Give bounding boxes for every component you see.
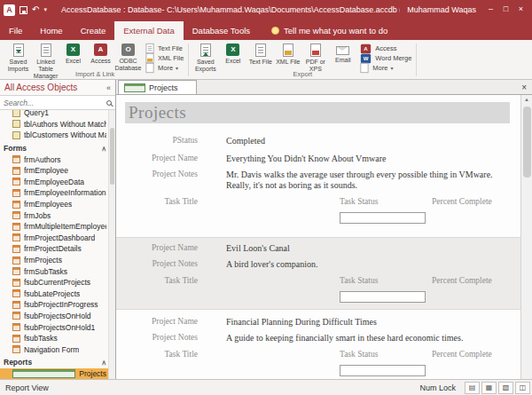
task-title-label: Task Title [132,197,198,206]
task-status-label: Task Status [340,197,378,206]
qat-customize-icon[interactable]: ▾ [43,6,47,13]
text-file-export-button[interactable]: Text File [246,42,274,66]
save-icon[interactable] [20,6,27,14]
tab-create[interactable]: Create [72,21,115,40]
tab-external-data[interactable]: External Data [114,21,184,40]
nav-item[interactable]: frmEmployee [0,165,115,177]
search-input[interactable] [4,99,104,107]
form-icon [12,312,20,320]
task-status-field[interactable] [340,291,426,303]
excel-export-button[interactable]: X Excel [219,42,246,65]
nav-item[interactable]: frmJobs [0,209,115,221]
close-document-icon[interactable]: × [516,83,532,92]
group-label-import-link: Import & Link [2,70,188,78]
maximize-button[interactable]: □ [498,3,513,17]
print-preview-button[interactable]: ▦ [481,382,497,394]
form-icon [12,211,20,219]
nav-item[interactable]: frmProjectDashboard [0,233,115,244]
task-status-field[interactable] [340,212,426,224]
report-record: Project NameFinancial Planning During Di… [125,317,510,379]
email-button[interactable]: Email [329,42,356,64]
text-file-import-button[interactable]: Text File [145,44,184,52]
xml-file-import-button[interactable]: XML File [145,54,184,62]
nav-scrollbar[interactable] [108,110,115,379]
pstatus-value: Completed [226,136,265,146]
task-status-label: Task Status [340,350,378,359]
nav-item[interactable]: Navigation Form [0,344,115,355]
nav-item[interactable]: frmEmployees [0,199,115,210]
nav-item-projects-report[interactable]: Projects [0,368,115,379]
group-label-export: Export [189,70,416,78]
document-tab-projects[interactable]: Projects [118,80,197,94]
nav-item[interactable]: frmEmployeeInformation [0,187,115,199]
vertical-scrollbar[interactable]: ▲ [520,95,532,379]
nav-item[interactable]: fsubProjectsOnHold1 [0,321,115,333]
tell-me-box[interactable]: Tell me what you want to do [271,26,387,40]
shutter-bar-icon[interactable]: « [106,83,111,92]
nav-item[interactable]: frmAuthors [0,154,115,165]
task-title-label: Task Title [132,350,198,359]
report-title: Projects [129,103,186,122]
percent-complete-label: Percent Complete [432,197,492,206]
nav-item[interactable]: tblAuthors Without Matchin... [0,119,115,130]
nav-item[interactable]: frmProjectDetails [0,243,115,255]
nav-item[interactable]: frmSubTasks [0,265,115,277]
access-export-button[interactable]: A Access [359,44,411,52]
search-icon [106,100,112,106]
odbc-database-button[interactable]: O ODBC Database [114,42,142,72]
nav-item[interactable]: fsubProjectInProgress [0,299,115,311]
excel-icon: X [66,43,80,56]
email-icon [336,46,349,55]
nav-pane-header[interactable]: All Access Objects « [0,80,115,95]
tell-me-label: Tell me what you want to do [284,26,387,36]
nav-item[interactable]: tblCustomers Without Match... [0,130,115,141]
project-name-value: Everything You Didn't Know About Vmware [226,154,387,164]
access-import-button[interactable]: A Access [87,42,114,65]
import-small-buttons: Text File XML File More ▾ [142,42,185,72]
layout-view-button[interactable]: ▧ [498,382,513,394]
nav-item[interactable]: frmEmployeeData [0,177,115,188]
nav-group-forms[interactable]: Forms∧ [0,143,115,154]
word-merge-button[interactable]: W Word Merge [359,54,411,62]
text-file-icon [146,43,154,53]
document-tab-bar: Projects × [116,80,532,95]
form-icon [12,335,20,343]
scrollbar-thumb[interactable] [523,107,531,178]
xml-file-export-button[interactable]: XML File [274,42,301,66]
excel-import-button[interactable]: X Excel [59,42,87,65]
nav-scrollbar-thumb[interactable] [110,128,114,185]
saved-exports-button[interactable]: Saved Exports [192,42,219,73]
xml-file-icon [283,43,293,57]
nav-item[interactable]: frmProjects [0,255,115,266]
navigation-pane: All Access Objects « Query1 tblAuthors W… [0,80,116,379]
pdf-or-xps-button[interactable]: PDF or XPS [301,42,329,73]
tab-file[interactable]: File [0,21,31,40]
nav-item[interactable]: frmMultipleItemEmployee [0,221,115,233]
saved-imports-button[interactable]: Saved Imports [4,42,32,73]
nav-item[interactable]: fsubProjectsOnHold [0,311,115,322]
project-name-value: Evil Loon's Canal [226,243,290,254]
scroll-up-icon[interactable]: ▲ [524,95,529,105]
form-icon [12,245,20,253]
design-view-button[interactable]: ◫ [515,382,530,394]
nav-group-reports[interactable]: Reports∧ [0,357,115,368]
report-icon [12,369,75,378]
lightbulb-icon [271,27,279,35]
report-view-button[interactable]: ▤ [465,382,480,394]
signed-in-user[interactable]: Muhammad Waqas [407,5,476,14]
form-icon [12,201,20,209]
saved-exports-icon [200,43,211,57]
query-icon [12,120,20,128]
minimize-button[interactable]: – [483,3,498,17]
task-status-field[interactable] [340,365,426,376]
nav-item[interactable]: fsubLateProjects [0,288,115,300]
undo-icon[interactable]: ↶ [32,5,39,14]
form-icon [12,345,20,353]
nav-item[interactable]: Query1 [0,110,115,119]
close-button[interactable]: × [513,3,528,17]
nav-item[interactable]: fsubCurrentProjects [0,277,115,288]
tab-database-tools[interactable]: Database Tools [184,21,259,40]
num-lock-indicator: Num Lock [419,383,456,392]
tab-home[interactable]: Home [31,21,71,40]
nav-item[interactable]: fsubTasks [0,333,115,344]
